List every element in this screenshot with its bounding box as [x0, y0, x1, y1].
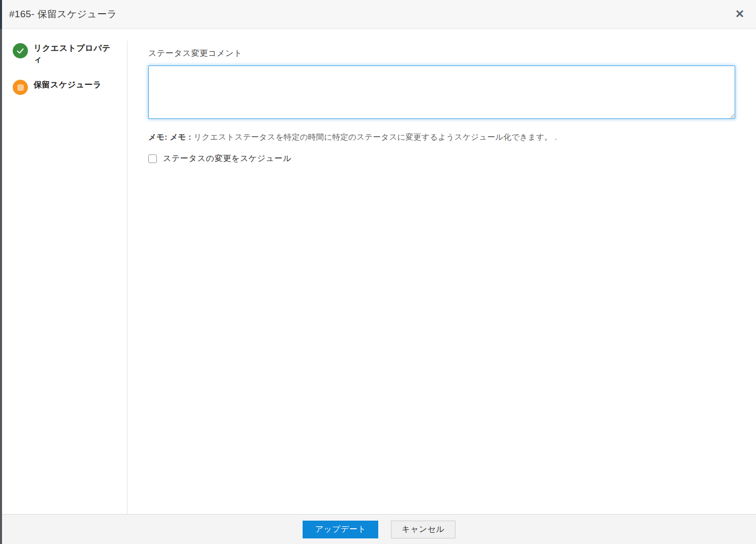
update-button[interactable]: アップデート	[303, 521, 378, 538]
check-circle-icon	[13, 43, 28, 58]
status-change-comment-label: ステータス変更コメント	[148, 48, 735, 59]
cancel-button[interactable]: キャンセル	[391, 521, 455, 538]
memo-note-prefix-2: メモ :	[170, 133, 191, 141]
hold-scheduler-dialog: #165- 保留スケジューラ ✕ リクエストプロパティ 保留スケジューラ	[2, 0, 756, 544]
schedule-status-change-label[interactable]: ステータスの変更をスケジュール	[163, 153, 291, 164]
dialog-body: リクエストプロパティ 保留スケジューラ ステータス変更コメント メモ: メモ :…	[2, 29, 756, 514]
main-form: ステータス変更コメント メモ: メモ : リクエストステータスを特定の時間に特定…	[127, 29, 756, 514]
step-label: リクエストプロパティ	[34, 43, 114, 65]
step-label: 保留スケジューラ	[34, 79, 102, 90]
dialog-footer: アップデート キャンセル	[2, 514, 756, 544]
dialog-title: #165- 保留スケジューラ	[9, 8, 117, 21]
close-icon[interactable]: ✕	[733, 7, 747, 21]
schedule-status-change-checkbox[interactable]	[148, 154, 157, 163]
memo-note-body: リクエストステータスを特定の時間に特定のステータスに変更するようスケジュール化で…	[193, 133, 552, 141]
steps-sidebar: リクエストプロパティ 保留スケジューラ	[2, 29, 127, 514]
memo-note: メモ: メモ : リクエストステータスを特定の時間に特定のステータスに変更するよ…	[148, 132, 735, 143]
sidebar-divider	[127, 41, 127, 514]
step-request-properties[interactable]: リクエストプロパティ	[13, 43, 127, 65]
progress-circle-icon	[13, 80, 28, 95]
status-change-comment-textarea[interactable]	[148, 66, 735, 119]
step-hold-scheduler[interactable]: 保留スケジューラ	[13, 79, 127, 95]
dialog-header: #165- 保留スケジューラ ✕	[2, 0, 756, 29]
schedule-status-change-row: ステータスの変更をスケジュール	[148, 153, 735, 164]
background-page-edge	[0, 0, 2, 544]
memo-note-prefix: メモ:	[148, 133, 168, 141]
memo-note-suffix: .	[555, 133, 557, 141]
